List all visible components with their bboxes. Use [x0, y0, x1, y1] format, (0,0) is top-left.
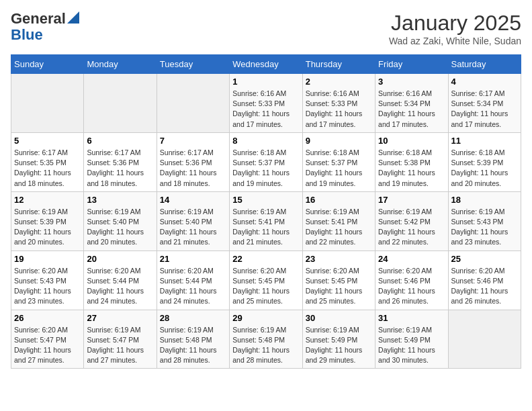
- calendar-day-cell: 5Sunrise: 6:17 AM Sunset: 5:35 PM Daylig…: [11, 132, 84, 191]
- calendar-day-cell: 1Sunrise: 6:16 AM Sunset: 5:33 PM Daylig…: [230, 74, 302, 133]
- logo-blue: Blue: [11, 26, 43, 43]
- day-number: 25: [451, 254, 518, 264]
- day-info: Sunrise: 6:19 AM Sunset: 5:43 PM Dayligh…: [451, 207, 518, 248]
- day-number: 27: [87, 313, 153, 323]
- day-number: 31: [378, 313, 445, 323]
- logo-triangle-icon: [67, 11, 79, 24]
- day-number: 26: [14, 313, 81, 323]
- day-info: Sunrise: 6:19 AM Sunset: 5:40 PM Dayligh…: [160, 207, 226, 248]
- day-number: 15: [232, 195, 299, 205]
- day-number: 11: [451, 136, 518, 146]
- month-title: January 2025: [389, 11, 521, 36]
- logo: General Blue: [11, 11, 79, 43]
- day-number: 17: [378, 195, 445, 205]
- day-number: 4: [451, 77, 518, 87]
- day-info: Sunrise: 6:20 AM Sunset: 5:47 PM Dayligh…: [14, 325, 81, 366]
- day-number: 24: [378, 254, 445, 264]
- calendar-day-cell: 8Sunrise: 6:18 AM Sunset: 5:37 PM Daylig…: [230, 132, 302, 191]
- calendar-day-cell: 17Sunrise: 6:19 AM Sunset: 5:42 PM Dayli…: [375, 191, 448, 250]
- calendar-day-cell: 28Sunrise: 6:19 AM Sunset: 5:48 PM Dayli…: [157, 310, 229, 369]
- day-info: Sunrise: 6:19 AM Sunset: 5:41 PM Dayligh…: [306, 207, 372, 248]
- calendar-week-row: 1Sunrise: 6:16 AM Sunset: 5:33 PM Daylig…: [11, 74, 521, 133]
- day-number: 5: [14, 136, 81, 146]
- header-day-monday: Monday: [84, 55, 157, 74]
- header-day-friday: Friday: [375, 55, 448, 74]
- calendar-day-cell: 30Sunrise: 6:19 AM Sunset: 5:49 PM Dayli…: [302, 310, 375, 369]
- day-number: 28: [160, 313, 226, 323]
- day-number: 13: [87, 195, 153, 205]
- day-info: Sunrise: 6:20 AM Sunset: 5:46 PM Dayligh…: [451, 266, 518, 307]
- day-number: 14: [160, 195, 226, 205]
- day-info: Sunrise: 6:20 AM Sunset: 5:43 PM Dayligh…: [14, 266, 81, 307]
- day-number: 8: [232, 136, 299, 146]
- header-day-wednesday: Wednesday: [230, 55, 302, 74]
- page-header: General Blue January 2025 Wad az Zaki, W…: [11, 11, 521, 46]
- day-info: Sunrise: 6:16 AM Sunset: 5:34 PM Dayligh…: [378, 89, 445, 130]
- day-number: 7: [160, 136, 226, 146]
- calendar-day-cell: 27Sunrise: 6:19 AM Sunset: 5:47 PM Dayli…: [84, 310, 157, 369]
- svg-marker-0: [67, 11, 79, 24]
- day-number: 23: [306, 254, 372, 264]
- day-number: 21: [160, 254, 226, 264]
- calendar-day-cell: 29Sunrise: 6:19 AM Sunset: 5:48 PM Dayli…: [230, 310, 302, 369]
- day-info: Sunrise: 6:17 AM Sunset: 5:36 PM Dayligh…: [160, 148, 226, 189]
- day-number: 20: [87, 254, 153, 264]
- calendar-day-cell: 16Sunrise: 6:19 AM Sunset: 5:41 PM Dayli…: [302, 191, 375, 250]
- calendar-day-cell: 24Sunrise: 6:20 AM Sunset: 5:46 PM Dayli…: [375, 250, 448, 310]
- calendar-week-row: 26Sunrise: 6:20 AM Sunset: 5:47 PM Dayli…: [11, 310, 521, 369]
- day-info: Sunrise: 6:20 AM Sunset: 5:46 PM Dayligh…: [378, 266, 445, 307]
- calendar-day-cell: 18Sunrise: 6:19 AM Sunset: 5:43 PM Dayli…: [448, 191, 521, 250]
- header-day-tuesday: Tuesday: [157, 55, 229, 74]
- calendar-day-cell: 26Sunrise: 6:20 AM Sunset: 5:47 PM Dayli…: [11, 310, 84, 369]
- calendar-day-cell: [11, 74, 84, 133]
- calendar-day-cell: 12Sunrise: 6:19 AM Sunset: 5:39 PM Dayli…: [11, 191, 84, 250]
- day-number: 16: [306, 195, 372, 205]
- day-info: Sunrise: 6:18 AM Sunset: 5:37 PM Dayligh…: [306, 148, 372, 189]
- calendar-week-row: 5Sunrise: 6:17 AM Sunset: 5:35 PM Daylig…: [11, 132, 521, 191]
- location-subtitle: Wad az Zaki, White Nile, Sudan: [389, 36, 521, 46]
- calendar-day-cell: 14Sunrise: 6:19 AM Sunset: 5:40 PM Dayli…: [157, 191, 229, 250]
- calendar-week-row: 19Sunrise: 6:20 AM Sunset: 5:43 PM Dayli…: [11, 250, 521, 310]
- day-info: Sunrise: 6:17 AM Sunset: 5:34 PM Dayligh…: [451, 89, 518, 130]
- calendar-day-cell: 7Sunrise: 6:17 AM Sunset: 5:36 PM Daylig…: [157, 132, 229, 191]
- header-day-thursday: Thursday: [302, 55, 375, 74]
- day-info: Sunrise: 6:20 AM Sunset: 5:45 PM Dayligh…: [232, 266, 299, 307]
- calendar-day-cell: 20Sunrise: 6:20 AM Sunset: 5:44 PM Dayli…: [84, 250, 157, 310]
- calendar-day-cell: [157, 74, 229, 133]
- day-info: Sunrise: 6:20 AM Sunset: 5:45 PM Dayligh…: [306, 266, 372, 307]
- day-number: 9: [306, 136, 372, 146]
- day-info: Sunrise: 6:19 AM Sunset: 5:39 PM Dayligh…: [14, 207, 81, 248]
- day-info: Sunrise: 6:20 AM Sunset: 5:44 PM Dayligh…: [87, 266, 153, 307]
- day-number: 1: [232, 77, 299, 87]
- day-info: Sunrise: 6:16 AM Sunset: 5:33 PM Dayligh…: [232, 89, 299, 130]
- day-number: 30: [306, 313, 372, 323]
- day-info: Sunrise: 6:18 AM Sunset: 5:39 PM Dayligh…: [451, 148, 518, 189]
- calendar-day-cell: 6Sunrise: 6:17 AM Sunset: 5:36 PM Daylig…: [84, 132, 157, 191]
- day-number: 12: [14, 195, 81, 205]
- day-info: Sunrise: 6:19 AM Sunset: 5:49 PM Dayligh…: [378, 325, 445, 366]
- day-number: 19: [14, 254, 81, 264]
- day-info: Sunrise: 6:20 AM Sunset: 5:44 PM Dayligh…: [160, 266, 226, 307]
- day-number: 10: [378, 136, 445, 146]
- calendar-day-cell: 31Sunrise: 6:19 AM Sunset: 5:49 PM Dayli…: [375, 310, 448, 369]
- day-number: 6: [87, 136, 153, 146]
- calendar-day-cell: 10Sunrise: 6:18 AM Sunset: 5:38 PM Dayli…: [375, 132, 448, 191]
- day-number: 29: [232, 313, 299, 323]
- calendar-day-cell: 3Sunrise: 6:16 AM Sunset: 5:34 PM Daylig…: [375, 74, 448, 133]
- calendar-day-cell: [84, 74, 157, 133]
- logo-general: General: [11, 11, 66, 27]
- day-info: Sunrise: 6:18 AM Sunset: 5:38 PM Dayligh…: [378, 148, 445, 189]
- calendar-day-cell: 2Sunrise: 6:16 AM Sunset: 5:33 PM Daylig…: [302, 74, 375, 133]
- day-info: Sunrise: 6:19 AM Sunset: 5:48 PM Dayligh…: [232, 325, 299, 366]
- day-number: 3: [378, 77, 445, 87]
- day-info: Sunrise: 6:17 AM Sunset: 5:35 PM Dayligh…: [14, 148, 81, 189]
- calendar-day-cell: [448, 310, 521, 369]
- calendar-day-cell: 11Sunrise: 6:18 AM Sunset: 5:39 PM Dayli…: [448, 132, 521, 191]
- day-info: Sunrise: 6:19 AM Sunset: 5:40 PM Dayligh…: [87, 207, 153, 248]
- header-day-saturday: Saturday: [448, 55, 521, 74]
- day-info: Sunrise: 6:19 AM Sunset: 5:42 PM Dayligh…: [378, 207, 445, 248]
- day-number: 22: [232, 254, 299, 264]
- day-info: Sunrise: 6:17 AM Sunset: 5:36 PM Dayligh…: [87, 148, 153, 189]
- calendar-day-cell: 25Sunrise: 6:20 AM Sunset: 5:46 PM Dayli…: [448, 250, 521, 310]
- day-info: Sunrise: 6:19 AM Sunset: 5:48 PM Dayligh…: [160, 325, 226, 366]
